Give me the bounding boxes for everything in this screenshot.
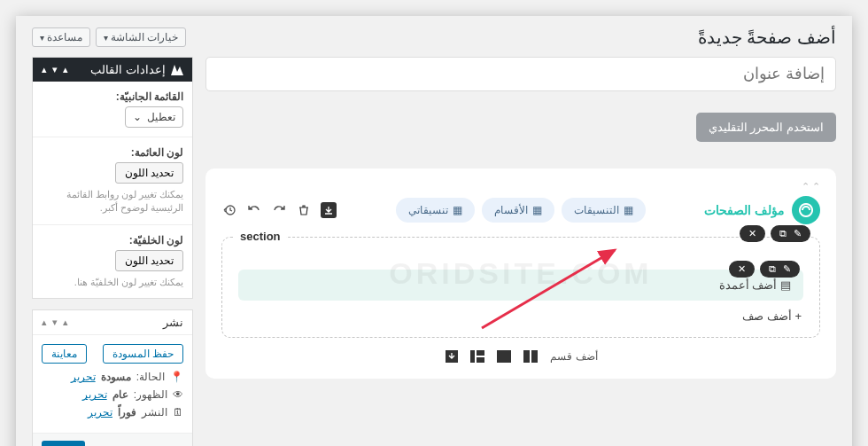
svg-rect-2 bbox=[531, 350, 538, 363]
page-title: أضف صفحةً جديدةً bbox=[698, 27, 836, 48]
title-input[interactable] bbox=[205, 57, 836, 91]
side-menu-label: القائمة الجانبيّة: bbox=[42, 90, 183, 103]
pin-icon: 📍 bbox=[170, 371, 183, 383]
close-icon[interactable]: ✕ bbox=[738, 263, 746, 275]
stack-icon: ▤ bbox=[780, 278, 791, 292]
collapse-toggle[interactable]: ⌃ ⌃ bbox=[221, 181, 820, 192]
history-icon[interactable] bbox=[221, 202, 237, 218]
my-layouts-button[interactable]: ▦ تنسيقاتي bbox=[396, 198, 475, 223]
redo-icon[interactable] bbox=[271, 202, 287, 218]
add-row-button[interactable]: + أضف صف bbox=[238, 306, 803, 326]
trash-icon[interactable] bbox=[296, 202, 312, 218]
layouts-button[interactable]: ▦ التنسيقات bbox=[562, 198, 646, 223]
svg-rect-5 bbox=[477, 350, 484, 356]
copy-icon[interactable]: ⧉ bbox=[769, 263, 776, 275]
chevron-up-icon[interactable]: ▴ bbox=[63, 317, 68, 328]
chevron-down-icon[interactable]: ▾ bbox=[52, 64, 58, 75]
layout-1col-icon[interactable] bbox=[497, 350, 511, 363]
chevron-up-icon[interactable]: ▴ bbox=[42, 317, 47, 328]
chevron-down-icon[interactable]: ▾ bbox=[52, 317, 58, 328]
layout-sidebar-icon[interactable] bbox=[470, 350, 484, 363]
publish-button[interactable]: نشر bbox=[42, 441, 85, 446]
calendar-icon: 🗓 bbox=[173, 406, 183, 419]
floating-color-button[interactable]: تحديد اللون bbox=[115, 162, 183, 184]
layout-2col-icon[interactable] bbox=[523, 350, 538, 363]
download-icon[interactable] bbox=[321, 202, 337, 218]
grid-icon: ▦ bbox=[624, 204, 633, 216]
section-label: section bbox=[235, 230, 286, 243]
row-controls[interactable]: ✎ ⧉ bbox=[760, 261, 800, 278]
classic-editor-button[interactable]: استخدم المحرر التقليدي bbox=[696, 113, 836, 142]
brand-icon bbox=[792, 196, 820, 224]
edit-publish-link[interactable]: تحرير bbox=[88, 406, 112, 419]
svg-rect-4 bbox=[470, 350, 475, 363]
add-columns-button[interactable]: ▤ أضف أعمدة bbox=[238, 270, 803, 301]
save-draft-button[interactable]: حفظ المسودة bbox=[103, 344, 183, 364]
chevron-up-icon[interactable]: ▴ bbox=[42, 64, 47, 75]
section-close[interactable]: ✕ bbox=[740, 225, 765, 242]
chevron-up-icon[interactable]: ▴ bbox=[63, 64, 68, 75]
close-icon[interactable]: ✕ bbox=[748, 228, 756, 239]
theme-icon bbox=[171, 65, 183, 75]
sections-button[interactable]: ▦ الأقسام bbox=[482, 198, 554, 223]
add-section-label[interactable]: أضف قسم bbox=[550, 350, 597, 363]
eye-icon: 👁 bbox=[173, 388, 183, 401]
svg-rect-3 bbox=[497, 350, 511, 363]
svg-rect-1 bbox=[523, 350, 530, 363]
help-button[interactable]: مساعدة bbox=[32, 27, 90, 47]
composer-brand-label: مؤلف الصفحات bbox=[704, 203, 785, 217]
side-menu-select[interactable]: تعطيل ⌄ bbox=[125, 106, 183, 128]
floating-color-label: لون العائمة: bbox=[42, 146, 183, 159]
grid-icon: ▦ bbox=[453, 204, 462, 216]
edit-visibility-link[interactable]: تحرير bbox=[82, 388, 107, 401]
section-controls[interactable]: ✎ ⧉ bbox=[771, 225, 810, 242]
chevron-down-icon: ⌄ bbox=[133, 111, 142, 123]
preview-button[interactable]: معاينة bbox=[42, 344, 87, 364]
floating-hint: يمكنك تغيير لون روابط القائمة الرئيسية ل… bbox=[42, 188, 183, 215]
svg-rect-6 bbox=[477, 357, 484, 363]
grid-icon: ▦ bbox=[532, 204, 542, 216]
theme-settings-header[interactable]: إعدادات القالب ▴ ▾ ▴ bbox=[33, 58, 192, 82]
edit-status-link[interactable]: تحرير bbox=[71, 371, 96, 383]
layout-download-icon[interactable] bbox=[444, 350, 458, 363]
bg-color-button[interactable]: تحديد اللون bbox=[115, 250, 183, 271]
undo-icon[interactable] bbox=[246, 202, 262, 218]
edit-icon[interactable]: ✎ bbox=[783, 263, 791, 275]
publish-header[interactable]: نشر ▴ ▾ ▴ bbox=[33, 310, 192, 335]
edit-icon[interactable]: ✎ bbox=[794, 228, 802, 239]
bg-hint: يمكنك تغيير لون الخلفيّة هنا. bbox=[42, 276, 183, 289]
screen-options-button[interactable]: خيارات الشاشة bbox=[96, 27, 186, 47]
row-close[interactable]: ✕ bbox=[729, 261, 755, 278]
copy-icon[interactable]: ⧉ bbox=[779, 228, 787, 239]
bg-color-label: لون الخلفيّة: bbox=[42, 234, 183, 246]
